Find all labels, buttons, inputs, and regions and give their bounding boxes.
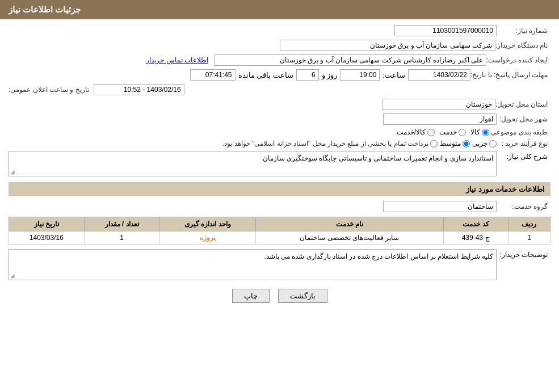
shahr-label: شهر محل تحویل: bbox=[497, 115, 548, 123]
page-header: جزئیات اطلاعات نیاز bbox=[0, 0, 559, 19]
sharhKoli-label: شرح کلی نیاز: bbox=[497, 151, 548, 161]
tabaqe-khedmat-label: خدمت bbox=[439, 128, 457, 136]
shomareNiaz-label: شماره نیاز: bbox=[497, 27, 548, 35]
ostan-row: استان محل تحویل: bbox=[9, 99, 550, 110]
col-tarikh: تاریخ نیاز bbox=[9, 217, 85, 231]
tabaqe-kala-label: کالا bbox=[470, 128, 480, 136]
noeFarayand-esnad-radio[interactable] bbox=[430, 140, 438, 147]
col-radif: ردیف bbox=[508, 217, 550, 231]
rooz-label: روز و bbox=[322, 71, 338, 79]
shomareNiaz-input[interactable] bbox=[394, 25, 497, 36]
shahr-input[interactable] bbox=[383, 113, 497, 125]
ostan-input[interactable] bbox=[382, 99, 495, 110]
content-area: شماره نیاز: نام دستگاه خریدار: ایجاد کنن… bbox=[0, 19, 559, 317]
table-row: 1 ج-43-439 سایر فعالیت‌های تخصصی ساختمان… bbox=[9, 231, 550, 245]
shomareNiaz-row: شماره نیاز: bbox=[9, 25, 550, 36]
grouhKhedmat-label: گروه خدمت: bbox=[497, 203, 548, 210]
services-section-title: اطلاعات خدمات مورد نیاز bbox=[9, 182, 550, 196]
namDastgah-label: نام دستگاه خریدار: bbox=[495, 41, 548, 49]
tosifKharidaar-wrapper: توضیحات خریدار: کلیه شرایط استعلام بر اس… bbox=[9, 249, 550, 280]
tabaqe-label: طبقه بندی موضوعی: bbox=[489, 128, 548, 136]
noeFarayand-motovaset-label: متوسط bbox=[440, 140, 461, 147]
noeFarayand-jozii-label: جزیی bbox=[472, 140, 487, 147]
noeFarayand-motovaset-option[interactable]: متوسط bbox=[440, 140, 470, 147]
services-table-section: ردیف کد خدمت نام خدمت واحد اندازه گیری ت… bbox=[9, 217, 550, 245]
col-vahed: واحد اندازه گیری bbox=[159, 217, 256, 231]
tabaqe-khedmat-option[interactable]: خدمت bbox=[439, 128, 466, 136]
tabaqe-kala-option[interactable]: کالا bbox=[470, 128, 489, 136]
sharhKoli-wrapper: شرح کلی نیاز: استاندارد سازی و انجام تعم… bbox=[9, 151, 550, 176]
mohlat-date-input[interactable] bbox=[408, 69, 470, 81]
services-table: ردیف کد خدمت نام خدمت واحد اندازه گیری ت… bbox=[9, 217, 550, 245]
noeFarayand-jozii-option[interactable]: جزیی bbox=[472, 140, 497, 147]
sharhKoli-text: استاندارد سازی و انجام تعمیرات ساختمانی … bbox=[263, 154, 493, 162]
noeFarayand-options: جزیی متوسط پرداخت تمام یا بخشی از مبلغ خ… bbox=[222, 140, 497, 147]
tabaqe-khedmat-radio[interactable] bbox=[459, 129, 466, 136]
namDastgah-row: نام دستگاه خریدار: bbox=[9, 40, 550, 51]
noeFarayand-label: نوع فرآیند خرید : bbox=[497, 140, 548, 147]
ettelaatTamas-link[interactable]: اطلاعات تماس خریدار bbox=[146, 56, 208, 64]
namDastgah-input[interactable] bbox=[280, 40, 495, 51]
chap-button[interactable]: چاپ bbox=[232, 289, 270, 303]
page-wrapper: جزئیات اطلاعات نیاز شماره نیاز: نام دستگ… bbox=[0, 0, 559, 392]
ejadKonande-row: ایجاد کننده درخواست: اطلاعات تماس خریدار bbox=[9, 54, 550, 66]
grouhKhedmat-input[interactable] bbox=[383, 201, 497, 212]
noeFarayand-motovaset-radio[interactable] bbox=[463, 140, 470, 147]
tabaqe-radio-group: کالا خدمت کالا/خدمت bbox=[397, 128, 489, 136]
noeFarayand-jozii-radio[interactable] bbox=[489, 140, 497, 147]
saat-label: ساعت: bbox=[383, 71, 405, 79]
mohlat-row: مهلت ارسال پاسخ: تا تاریخ: ساعت: روز و س… bbox=[9, 69, 550, 81]
mohlat-saat-input[interactable] bbox=[340, 69, 380, 81]
ejadKonande-input[interactable] bbox=[214, 54, 486, 66]
buttons-row: بازگشت چاپ bbox=[9, 289, 550, 311]
tarikh-elan-label: تاریخ و ساعت اعلان عمومی: bbox=[9, 86, 89, 94]
tabaqe-kala-khedmat-label: کالا/خدمت bbox=[397, 128, 426, 136]
col-kod: کد خدمت bbox=[443, 217, 508, 231]
cell-tedad: 1 bbox=[84, 231, 159, 245]
grouhKhedmat-row: گروه خدمت: bbox=[9, 201, 550, 212]
cell-tarikh: 1403/03/16 bbox=[9, 231, 85, 245]
col-nam: نام خدمت bbox=[256, 217, 444, 231]
cell-radif: 1 bbox=[508, 231, 550, 245]
tosifKharidaar-label: توضیحات خریدار: bbox=[497, 249, 548, 259]
tosifKharidaar-text: کلیه شرایط استعلام بر اساس اطلاعات درج ش… bbox=[264, 252, 493, 260]
ejadKonande-label: ایجاد کننده درخواست: bbox=[486, 56, 548, 64]
col-tedad: تعداد / مقدار bbox=[84, 217, 159, 231]
sharhKoli-box: استاندارد سازی و انجام تعمیرات ساختمانی … bbox=[9, 151, 497, 176]
cell-nam: سایر فعالیت‌های تخصصی ساختمان bbox=[256, 231, 444, 245]
mohlat-label: مهلت ارسال پاسخ: تا تاریخ: bbox=[470, 71, 548, 79]
noeFarayand-esnad-option[interactable]: پرداخت تمام یا بخشی از مبلغ خریدار محل "… bbox=[222, 140, 438, 147]
baqi-label: ساعت باقی مانده bbox=[238, 71, 293, 79]
cell-vahed: پروژه bbox=[159, 231, 256, 245]
bazgasht-button[interactable]: بازگشت bbox=[278, 289, 327, 303]
mohlat-countdown-input[interactable] bbox=[190, 69, 236, 81]
tarikh-elan-input[interactable] bbox=[94, 84, 184, 95]
resize-icon: ◢ bbox=[10, 168, 15, 175]
cell-kod: ج-43-439 bbox=[443, 231, 508, 245]
shahr-row: شهر محل تحویل: bbox=[9, 113, 550, 125]
tabaqe-kala-khedmat-option[interactable]: کالا/خدمت bbox=[397, 128, 435, 136]
noeFarayand-row: نوع فرآیند خرید : جزیی متوسط پرداخت تمام… bbox=[9, 140, 550, 147]
tabaqe-kala-radio[interactable] bbox=[482, 129, 489, 136]
noeFarayand-esnad-label: پرداخت تمام یا بخشی از مبلغ خریدار محل "… bbox=[222, 140, 428, 147]
page-title: جزئیات اطلاعات نیاز bbox=[9, 5, 81, 14]
resize-icon2: ◢ bbox=[10, 272, 15, 279]
tabaqe-kala-khedmat-radio[interactable] bbox=[427, 129, 435, 136]
tabaqe-row: طبقه بندی موضوعی: کالا خدمت کالا/خدمت bbox=[9, 128, 550, 136]
tosifKharidaar-box: کلیه شرایط استعلام بر اساس اطلاعات درج ش… bbox=[9, 249, 497, 280]
tarikh-elan-row: تاریخ و ساعت اعلان عمومی: bbox=[9, 84, 550, 95]
ostan-label: استان محل تحویل: bbox=[495, 100, 548, 108]
mohlat-rooz-input[interactable] bbox=[296, 69, 319, 81]
